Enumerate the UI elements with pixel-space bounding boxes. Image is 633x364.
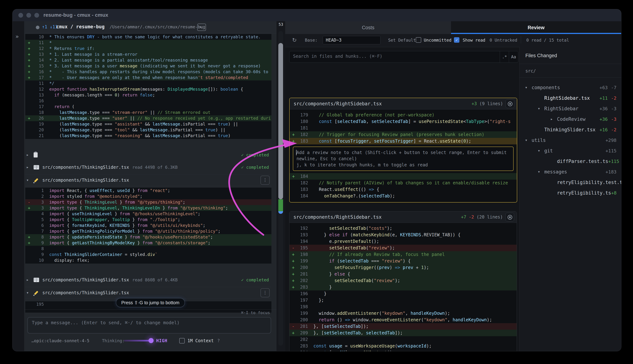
hunk-list: Search in files and hunks... (⌘·F) .* Aa…	[285, 47, 519, 351]
more-menu-button[interactable]: ⋮	[260, 288, 270, 297]
divider	[24, 309, 276, 310]
chevron-right-icon[interactable]: ▶	[25, 153, 30, 156]
chevron-right-icon[interactable]: ▶	[25, 278, 30, 282]
chat-scroll-column: 53	[276, 21, 285, 351]
mark-read-radio[interactable]	[506, 99, 514, 108]
chevron-down-icon[interactable]: ▼	[25, 291, 30, 294]
help-icon[interactable]: ?	[217, 338, 220, 343]
tab-review[interactable]: Review	[451, 21, 621, 34]
removed-count: -2	[611, 96, 616, 101]
diff-hunk-card[interactable]: src/components/RightSidebar.tsx +7 -2 (2…	[289, 211, 517, 351]
mark-read-radio[interactable]	[505, 213, 514, 222]
uncommitted-label[interactable]: Uncommitted	[424, 38, 451, 42]
set-default-button[interactable]: Set Default	[388, 38, 416, 42]
message-input[interactable]: Type a message... (Enter to send, ⌘·/ to…	[28, 317, 271, 334]
chevron-down-icon[interactable]: ▼	[538, 149, 544, 152]
scrollbar-thumb[interactable]	[278, 43, 283, 199]
terminal-icon[interactable]: >_	[197, 24, 206, 31]
expand-sidebar-icon[interactable]: »	[16, 33, 19, 40]
code-line: 7import { getThinkingPolicyForModel } fr…	[25, 228, 271, 234]
case-toggle-button[interactable]: Aa	[509, 51, 518, 62]
uncommitted-checkbox[interactable]	[416, 37, 421, 43]
tool-row-edit-file[interactable]: ▼ src/components/ThinkingSlider.tsx ⋮	[25, 174, 271, 186]
chevron-down-icon[interactable]: ▼	[538, 170, 544, 174]
file-tree-item[interactable]: ▼utils+298	[520, 135, 621, 146]
composer-statusbar: …opic:claude-sonnet-4-5 Thinking: HIGH 1…	[24, 335, 276, 348]
hunk-header[interactable]: src/components/RightSidebar.tsx +3 (9 li…	[289, 98, 517, 110]
file-name: diffParser.test.ts	[557, 158, 608, 164]
code-line: 198	[289, 304, 517, 310]
code-line: 21 (lastMessage.type === "reasoning" && …	[25, 133, 271, 138]
removed-count: -3	[611, 116, 616, 122]
file-tree-item[interactable]: RightSidebar.tsx+11-2	[520, 93, 621, 103]
tab-costs[interactable]: Costs	[285, 21, 451, 34]
file-tree-item[interactable]: ▼messages+183	[520, 166, 621, 177]
code-line: 6import { formatKeybind, KEYBINDS } from…	[25, 222, 271, 228]
tool-row-read-file[interactable]: ▶ src/components/ThinkingSlider.tsx read…	[25, 274, 271, 285]
thinking-slider[interactable]	[124, 340, 151, 342]
review-note-input[interactable]: Add a review note to chat (Shift-click +…	[293, 146, 514, 171]
file-tree-item[interactable]: ThinkingSlider.tsx+16-2	[520, 124, 621, 135]
file-tree: ▼components+63-7RightSidebar.tsx+11-2▼Ri…	[520, 82, 621, 351]
titlebar[interactable]: resume-bug - cmux - cmux	[13, 9, 621, 22]
tool-row-file[interactable]: ▶ ✓ completed	[25, 150, 271, 160]
removed-count: -3	[611, 106, 616, 111]
file-tree-item[interactable]: ▼git+115	[520, 146, 621, 156]
file-tree-item[interactable]: ▼components+63-7	[520, 82, 621, 93]
hunk-removed-count: -2	[469, 214, 474, 220]
minimize-window-icon[interactable]	[26, 13, 31, 18]
root-path: src/	[525, 68, 536, 74]
code-line: 13 if (messages.length === 0) return fal…	[25, 92, 271, 98]
chevron-right-icon[interactable]: ▶	[25, 166, 30, 169]
search-input[interactable]: Search in files and hunks... (⌘·F) .* Aa	[289, 51, 518, 63]
code-line: +184	[289, 173, 517, 180]
file-tree-item[interactable]: retryEligibility.test.ts+175	[520, 177, 621, 188]
tool-row-edit-file[interactable]: ▼ src/components/ThinkingSlider.tsx ⋮	[25, 287, 271, 299]
code-line: 181	[289, 125, 517, 131]
context-1m-label: 1M Context	[187, 338, 214, 343]
scrollbar-track[interactable]	[278, 31, 283, 346]
maximize-window-icon[interactable]	[34, 13, 39, 18]
tool-row-read-file[interactable]: ▶ src/components/ThinkingSlider.tsx read…	[25, 162, 271, 173]
file-name: retryEligibility.test.ts	[557, 180, 621, 185]
file-tree-item[interactable]: ▶CodeReview+36-3	[520, 114, 621, 124]
file-name: ThinkingSlider.tsx	[544, 127, 595, 132]
hunk-filename: src/components/RightSidebar.tsx	[293, 101, 469, 106]
refresh-icon[interactable]: ↻	[292, 37, 297, 43]
show-read-label[interactable]: Show read	[463, 38, 485, 42]
close-window-icon[interactable]	[18, 13, 23, 18]
regex-toggle-button[interactable]: .*	[500, 51, 509, 62]
file-tree-item[interactable]: diffParser.test.ts+115	[520, 156, 621, 166]
more-menu-button[interactable]: ⋮	[260, 176, 270, 185]
chevron-down-icon[interactable]: ▼	[525, 86, 532, 89]
chevron-down-icon[interactable]: ▼	[25, 178, 30, 182]
chevron-down-icon[interactable]: ▼	[538, 107, 544, 110]
code-line: +183 const [focusTrigger, setFocusTrigge…	[289, 138, 517, 144]
file-tree-item[interactable]: retryEligibility.ts+8	[520, 188, 621, 198]
chevron-right-icon[interactable]: ▶	[551, 118, 557, 121]
code-line: +202 setSelectedTab("review");	[289, 277, 517, 284]
message-input-placeholder: Type a message... (Enter to send, ⌘·/ to…	[32, 320, 180, 325]
diff-hunk-card[interactable]: src/components/RightSidebar.tsx +3 (9 li…	[289, 98, 517, 202]
divider	[520, 64, 621, 64]
status-dot-icon	[36, 26, 40, 29]
status-badge: ✓ completed	[241, 278, 271, 282]
code-line: +209}, [setSelectedTab, selectedTab]);	[289, 330, 517, 336]
code-line: +198 // If already on Review tab, focus …	[289, 251, 517, 258]
file-name: RightSidebar	[544, 106, 578, 111]
code-line: 19 (lastMessage.type === "assistant" && …	[25, 121, 271, 127]
jump-to-bottom-pill[interactable]: Press ⇧·G to jump to bottom	[116, 298, 185, 307]
thinking-slider-thumb[interactable]	[149, 338, 154, 343]
added-count: +183	[605, 169, 616, 174]
code-line: +15* 3. Last message is a user message (…	[25, 63, 271, 69]
file-tree-item[interactable]: ▼RightSidebar+36-3	[520, 103, 621, 114]
show-read-checkbox[interactable]: ✓	[454, 37, 459, 43]
context-1m-checkbox[interactable]	[179, 338, 185, 344]
base-ref-input[interactable]: HEAD~3	[323, 36, 381, 44]
hunk-header[interactable]: src/components/RightSidebar.tsx +7 -2 (2…	[289, 212, 517, 223]
desktop: resume-bug - cmux - cmux » ↑1 ↓11 cmux /…	[0, 0, 633, 364]
model-name[interactable]: …opic:claude-sonnet-4-5	[32, 338, 89, 343]
scroll-counter: 53	[278, 22, 284, 27]
code-line: 18 lastMessage.type === "stream-error" |…	[25, 110, 271, 115]
chevron-down-icon[interactable]: ▼	[525, 138, 532, 142]
